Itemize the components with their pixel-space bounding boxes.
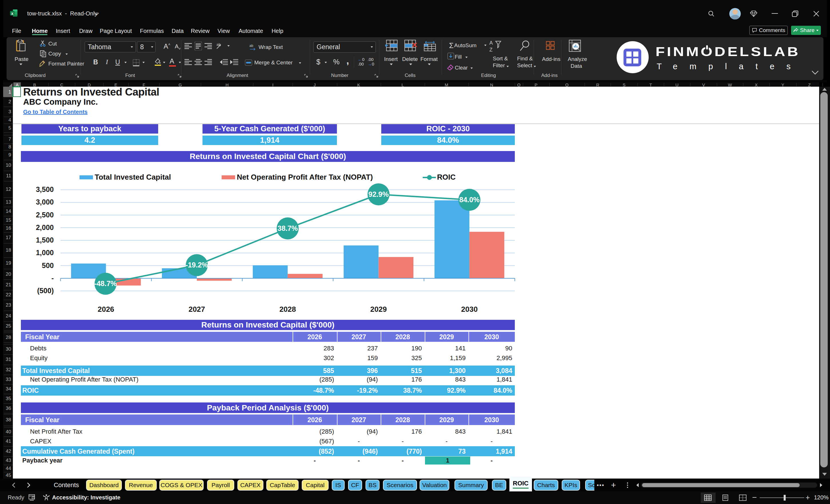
svg-text:A: A xyxy=(489,40,493,46)
svg-text:92.9%: 92.9% xyxy=(369,190,389,198)
svg-text:84.0%: 84.0% xyxy=(459,196,480,204)
svg-text:2030: 2030 xyxy=(461,305,478,314)
svg-text:x: x xyxy=(11,11,13,16)
svg-text:Z: Z xyxy=(489,47,492,52)
svg-text:2028: 2028 xyxy=(280,305,296,314)
svg-text:1,000: 1,000 xyxy=(36,249,54,257)
svg-text:(500): (500) xyxy=(37,287,54,295)
svg-text:38.7%: 38.7% xyxy=(278,224,298,232)
svg-text:2,500: 2,500 xyxy=(36,211,54,219)
svg-text:3,500: 3,500 xyxy=(36,185,54,193)
svg-text:-: - xyxy=(52,274,54,282)
svg-text:2026: 2026 xyxy=(98,305,114,314)
svg-text:2027: 2027 xyxy=(189,305,205,314)
svg-text:2029: 2029 xyxy=(371,305,387,314)
svg-text:ab: ab xyxy=(217,42,221,46)
svg-text:3,000: 3,000 xyxy=(36,198,54,206)
svg-text:ab: ab xyxy=(249,44,253,48)
svg-text:500: 500 xyxy=(42,261,54,270)
svg-text:2,000: 2,000 xyxy=(36,223,54,231)
svg-text:-19.2%: -19.2% xyxy=(185,261,208,269)
svg-text:1,500: 1,500 xyxy=(36,236,54,244)
svg-text:-48.7%: -48.7% xyxy=(94,280,117,287)
